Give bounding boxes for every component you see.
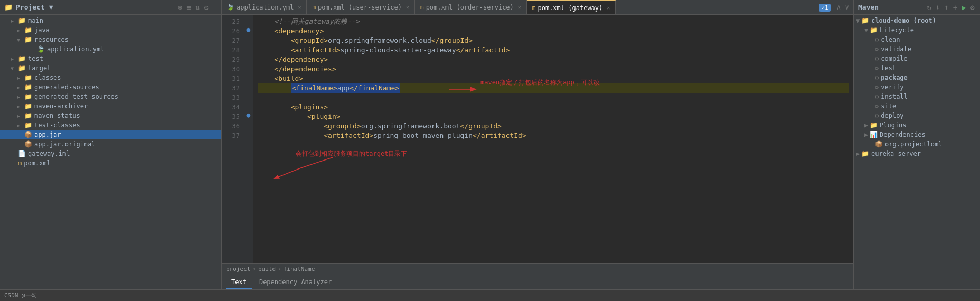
tree-item-application-yml[interactable]: 🍃 application.yml <box>0 44 221 54</box>
maven-verify[interactable]: ⚙ verify <box>854 82 980 92</box>
arrow-test-classes[interactable]: ▶ <box>17 123 23 128</box>
label-application-yml: application.yml <box>47 45 104 53</box>
maven-validate[interactable]: ⚙ validate <box>854 44 980 54</box>
maven-clean[interactable]: ⚙ clean <box>854 35 980 44</box>
tab-icon-yml: 🍃 <box>227 4 234 11</box>
maven-header: Maven ↻ ⬇ ⬆ + ▶ ⚙ <box>854 0 980 15</box>
tab-label-order: pom.xml (order-service) <box>426 4 514 11</box>
gear-site: ⚙ <box>875 102 879 110</box>
comment-25: <!--网关gateway依赖--> <box>258 17 360 26</box>
maven-plugins-section[interactable]: ▶ 📁 Plugins <box>854 120 980 130</box>
tree-item-resources[interactable]: ▼ 📁 resources <box>0 35 221 44</box>
maven-add-icon[interactable]: + <box>952 2 958 13</box>
gear-test: ⚙ <box>875 64 879 72</box>
arrow-main[interactable]: ▶ <box>11 18 17 24</box>
maven-download-icon[interactable]: ⬇ <box>935 2 941 13</box>
tree-item-maven-status[interactable]: ▶ 📁 maven-status <box>0 111 221 120</box>
xml-icon: m <box>18 159 22 167</box>
tab-close-yml[interactable]: ✕ <box>298 4 301 10</box>
code-editor[interactable]: <!--网关gateway依赖--> <dependency> <groupId… <box>253 15 853 263</box>
maven-settings-icon[interactable]: ⚙ <box>969 2 976 13</box>
tree-item-test-classes[interactable]: ▶ 📁 test-classes <box>0 120 221 130</box>
maven-dep-item[interactable]: 📦 org.projectloml <box>854 139 980 149</box>
plugins-icon: 📁 <box>870 121 878 129</box>
arrow-target[interactable]: ▼ <box>11 65 17 71</box>
maven-upload-icon[interactable]: ⬆ <box>943 2 949 13</box>
maven-install[interactable]: ⚙ install <box>854 92 980 101</box>
ln-28: 28 <box>222 45 240 55</box>
tab-pom-order[interactable]: m pom.xml (order-service) ✕ <box>415 0 527 14</box>
tab-icon-gateway: m <box>532 4 536 11</box>
label-pom-xml: pom.xml <box>24 159 51 167</box>
arrow-maven-arch[interactable]: ▶ <box>17 104 23 109</box>
arrow-test[interactable]: ▶ <box>11 56 17 62</box>
sidebar-title: Project <box>16 3 45 11</box>
folder-icon-target: 📁 <box>18 64 26 72</box>
arrow-gen-src[interactable]: ▶ <box>17 84 23 90</box>
tree-item-generated-sources[interactable]: ▶ 📁 generated-sources <box>0 82 221 92</box>
tree-item-target[interactable]: ▼ 📁 target <box>0 63 221 73</box>
deps-label: Dependencies <box>880 131 926 138</box>
tab-pom-gateway[interactable]: m pom.xml (gateway) ✕ <box>527 0 616 14</box>
tree-item-gateway-iml[interactable]: 📄 gateway.iml <box>0 149 221 158</box>
label-target: target <box>28 64 51 72</box>
maven-root[interactable]: ▼ 📁 cloud-demo (root) <box>854 16 980 25</box>
eureka-icon: 📁 <box>861 150 869 157</box>
tab-dependency-analyzer[interactable]: Dependency Analyzer <box>254 276 337 289</box>
tree-item-test[interactable]: ▶ 📁 test <box>0 54 221 63</box>
maven-compile[interactable]: ⚙ compile <box>854 54 980 63</box>
label-verify: verify <box>881 83 903 91</box>
maven-deps-section[interactable]: ▶ 📊 Dependencies <box>854 130 980 139</box>
maven-lifecycle-section[interactable]: ▼ 📁 Lifecycle <box>854 25 980 35</box>
tab-label-user: pom.xml (user-service) <box>318 4 402 11</box>
maven-deploy[interactable]: ⚙ deploy <box>854 111 980 120</box>
tab-close-gateway[interactable]: ✕ <box>607 5 610 11</box>
tab-text[interactable]: Text <box>226 276 252 289</box>
tree-item-pom-xml[interactable]: m pom.xml <box>0 158 221 168</box>
label-maven-status: maven-status <box>34 112 80 119</box>
tab-close-order[interactable]: ✕ <box>518 4 521 10</box>
maven-refresh-icon[interactable]: ↻ <box>926 2 932 13</box>
locate-icon[interactable]: ⊕ <box>178 3 182 12</box>
arrow-gen-test-src[interactable]: ▶ <box>17 94 23 100</box>
arrow-classes[interactable]: ▶ <box>17 75 23 81</box>
code-line-31: <build> <box>258 74 849 83</box>
folder-icon-test: 📁 <box>18 55 26 62</box>
tab-close-user[interactable]: ✕ <box>406 4 409 10</box>
maven-eureka[interactable]: ▶ 📁 eureka-server <box>854 149 980 158</box>
tree-item-generated-test-sources[interactable]: ▶ 📁 generated-test-sources <box>0 92 221 101</box>
label-classes: classes <box>34 74 61 81</box>
maven-run-icon[interactable]: ▶ <box>960 2 967 13</box>
tree-item-classes[interactable]: ▶ 📁 classes <box>0 73 221 82</box>
arrow-resources[interactable]: ▼ <box>17 37 23 43</box>
label-test: test <box>28 55 43 62</box>
collapse-icon[interactable]: ≡ <box>186 3 191 12</box>
tree-item-main[interactable]: ▶ 📁 main <box>0 16 221 25</box>
settings-icon[interactable]: ⚙ <box>204 3 208 12</box>
maven-package[interactable]: ⚙ package <box>854 73 980 82</box>
tree-item-maven-archiver[interactable]: ▶ 📁 maven-archiver <box>0 101 221 111</box>
arrow-maven-status[interactable]: ▶ <box>17 113 23 119</box>
tree-item-app-jar[interactable]: 📦 app.jar <box>0 130 221 139</box>
deps-icon: 📊 <box>870 131 878 138</box>
minimize-icon[interactable]: — <box>213 3 217 12</box>
folder-icon-test-classes: 📁 <box>24 121 32 129</box>
folder-icon-classes: 📁 <box>24 74 32 81</box>
sidebar-dropdown-icon[interactable]: ▼ <box>49 3 53 11</box>
ln-27: 27 <box>222 36 240 45</box>
filter-icon[interactable]: ⇅ <box>195 3 200 12</box>
maven-site[interactable]: ⚙ site <box>854 101 980 111</box>
tab-application-yml[interactable]: 🍃 application.yml ✕ <box>222 0 307 14</box>
code-line-26: <dependency> <box>258 26 849 36</box>
arrow-java[interactable]: ▶ <box>17 27 23 33</box>
plugins-label: Plugins <box>880 121 907 129</box>
tab-more-button[interactable]: ✓1 ∧ ∨ <box>815 3 853 11</box>
tab-pom-user[interactable]: m pom.xml (user-service) ✕ <box>307 0 415 14</box>
tree-item-java[interactable]: ▶ 📁 java <box>0 25 221 35</box>
code-line-29: </dependency> <box>258 55 849 64</box>
tree-item-app-jar-original[interactable]: 📦 app.jar.original <box>0 139 221 149</box>
tab-dependency-label: Dependency Analyzer <box>259 278 332 286</box>
label-dep-item: org.projectloml <box>885 140 942 148</box>
maven-test[interactable]: ⚙ test <box>854 63 980 73</box>
ln-37: 37 <box>222 131 240 140</box>
